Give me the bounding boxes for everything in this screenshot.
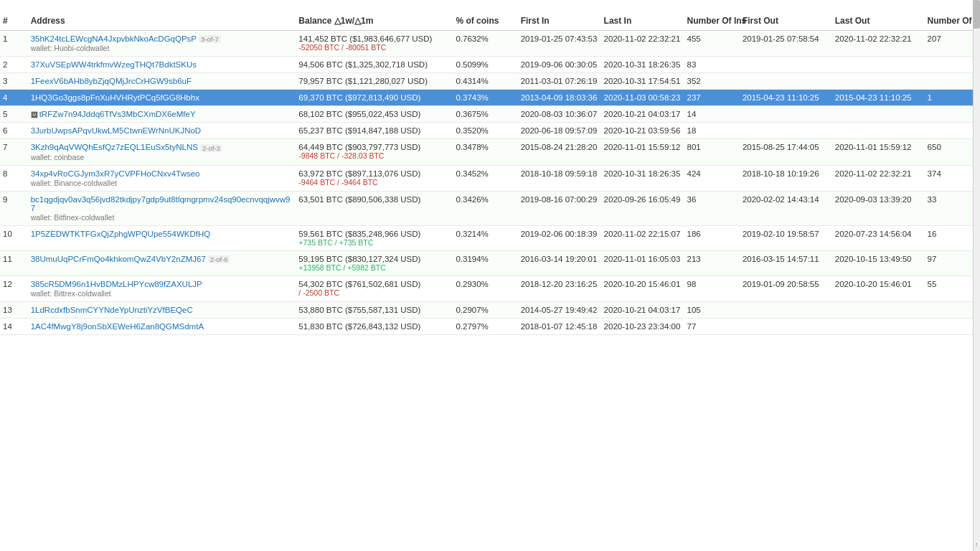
row-pct: 0.3675% xyxy=(453,106,517,123)
row-num-ins: 801 xyxy=(684,139,740,165)
row-address-cell: 3Kzh9qAqVWQhEsfQz7zEQL1EuSx5tyNLNS2-of-3… xyxy=(28,139,296,165)
address-link[interactable]: bc1qgdjqv0av3q56jvd82tkdjpy7gdp9ut8tlqmg… xyxy=(31,195,291,212)
balance-change: +735 BTC / +735 BTC xyxy=(298,238,450,247)
row-pct: 0.2797% xyxy=(453,318,517,334)
row-address-cell: 385cR5DM96n1HvBDMzLHPYcw89fZAXULJPwallet… xyxy=(28,276,296,301)
row-num: 12 xyxy=(0,276,28,301)
row-address-cell: 🖼tRFZw7n94Jddq6TfVs3MbCXmDX6eMfeY xyxy=(28,106,296,123)
table-row: 63JurbUwpsAPqvUkwLM5CtwnEWrNnUKJNoD65,23… xyxy=(0,123,980,139)
row-first-out xyxy=(740,73,832,90)
row-last-in: 2020-11-02 22:32:21 xyxy=(601,31,684,57)
balance-main: 79,957 BTC ($1,121,280,027 USD) xyxy=(298,77,428,85)
row-num-ins: 77 xyxy=(684,318,740,334)
row-balance: 79,957 BTC ($1,121,280,027 USD) xyxy=(296,73,453,90)
row-num-outs xyxy=(925,301,980,318)
col-header-num: # xyxy=(0,11,28,31)
row-last-out: 2020-11-01 15:59:12 xyxy=(832,139,925,165)
row-balance: 68,102 BTC ($955,022,453 USD) xyxy=(296,106,453,123)
row-first-out xyxy=(740,57,832,73)
row-first-out: 2016-03-15 14:57:11 xyxy=(740,250,832,276)
balance-main: 141,452 BTC ($1,983,646,677 USD) xyxy=(298,34,432,43)
row-last-in: 2020-11-01 15:59:12 xyxy=(601,139,684,165)
address-link[interactable]: 1FeexV6bAHb8ybZjqQMjJrcCrHGW9sb6uF xyxy=(31,77,192,85)
address-link[interactable]: 38UmuUqPCrFmQo4khkomQwZ4VbY2nZMJ67 xyxy=(31,255,206,263)
address-link[interactable]: 37XuVSEpWW4trkfmvWzegTHQt7BdktSKUs xyxy=(31,60,197,69)
row-num-outs: 374 xyxy=(925,165,980,191)
row-last-in: 2020-10-21 04:03:17 xyxy=(601,106,684,123)
address-link[interactable]: 34xp4vRoCGJym3xR7yCVPFHoCNxv4Twseo xyxy=(31,169,200,178)
row-first-in: 2013-04-09 18:03:36 xyxy=(518,90,601,106)
address-link[interactable]: 385cR5DM96n1HvBDMzLHPYcw89fZAXULJP xyxy=(31,280,202,288)
row-last-in: 2020-11-02 22:15:07 xyxy=(601,225,684,250)
scrollbar-thumb[interactable] xyxy=(973,0,980,29)
row-num-ins: 98 xyxy=(684,276,740,301)
row-last-out xyxy=(832,57,925,73)
balance-change: -9464 BTC / -9464 BTC xyxy=(298,178,450,187)
row-num-outs: 55 xyxy=(925,276,980,301)
address-link[interactable]: 3JurbUwpsAPqvUkwLM5CtwnEWrNnUKJNoD xyxy=(31,126,202,135)
row-first-in: 2019-08-16 07:00:29 xyxy=(518,191,601,225)
row-last-out: 2020-11-02 22:32:21 xyxy=(832,165,925,191)
row-last-out: 2020-11-02 22:32:21 xyxy=(832,31,925,57)
balance-main: 69,370 BTC ($972,813,490 USD) xyxy=(298,93,420,102)
row-num-outs: 207 xyxy=(925,31,980,57)
row-num: 13 xyxy=(0,301,28,318)
address-link[interactable]: 1AC4fMwgY8j9onSbXEWeH6Zan8QGMSdmtA xyxy=(31,322,204,331)
row-first-in: 2019-01-25 07:43:53 xyxy=(518,31,601,57)
row-num-outs: 16 xyxy=(925,225,980,250)
address-link[interactable]: 1P5ZEDWTKTFGxQjZphgWPQUpe554WKDfHQ xyxy=(31,230,211,238)
address-link[interactable]: 1HQ3Go3ggs8pFnXuHVHRytPCq5fGG8Hbhx xyxy=(31,93,199,102)
row-num-ins: 18 xyxy=(684,123,740,139)
row-last-in: 2020-10-21 03:59:56 xyxy=(601,123,684,139)
table-row: 131LdRcdxfbSnmCYYNdeYpUnztiYzVfBEQeC53,8… xyxy=(0,301,980,318)
row-num-ins: 36 xyxy=(684,191,740,225)
row-balance: 59,561 BTC ($835,248,966 USD)+735 BTC / … xyxy=(296,225,453,250)
balance-change: -52050 BTC / -80051 BTC xyxy=(298,43,450,52)
row-pct: 0.2907% xyxy=(453,301,517,318)
row-first-in: 2020-08-03 10:36:07 xyxy=(518,106,601,123)
row-first-out: 2019-01-09 20:58:55 xyxy=(740,276,832,301)
row-last-out xyxy=(832,106,925,123)
row-last-in: 2020-11-03 00:58:23 xyxy=(601,90,684,106)
balance-main: 59,561 BTC ($835,248,966 USD) xyxy=(298,230,420,238)
row-address-cell: 34xp4vRoCGJym3xR7yCVPFHoCNxv4Twseowallet… xyxy=(28,165,296,191)
row-num-ins: 14 xyxy=(684,106,740,123)
wallet-label: wallet: coinbase xyxy=(31,153,293,161)
address-link[interactable]: 1LdRcdxfbSnmCYYNdeYpUnztiYzVfBEQeC xyxy=(31,306,193,314)
row-address-cell: 3JurbUwpsAPqvUkwLM5CtwnEWrNnUKJNoD xyxy=(28,123,296,139)
row-last-out xyxy=(832,73,925,90)
balance-main: 63,972 BTC ($897,113,076 USD) xyxy=(298,169,420,178)
row-last-out: 2020-10-20 15:46:01 xyxy=(832,276,925,301)
row-num-outs xyxy=(925,57,980,73)
row-last-out xyxy=(832,318,925,334)
row-address-cell: 1LdRcdxfbSnmCYYNdeYpUnztiYzVfBEQeC xyxy=(28,301,296,318)
address-link[interactable]: 35hK24tcLEWcgNA4JxpvbkNkoAcDGqQPsP xyxy=(31,34,197,43)
row-num: 4 xyxy=(0,90,28,106)
row-pct: 0.3478% xyxy=(453,139,517,165)
row-first-in: 2018-01-07 12:45:18 xyxy=(518,318,601,334)
row-pct: 0.3194% xyxy=(453,250,517,276)
row-balance: 141,452 BTC ($1,983,646,677 USD)-52050 B… xyxy=(296,31,453,57)
address-badge: 2-of-3 xyxy=(200,144,222,152)
row-first-out: 2015-04-23 11:10:25 xyxy=(740,90,832,106)
row-num: 8 xyxy=(0,165,28,191)
row-balance: 65,237 BTC ($914,847,188 USD) xyxy=(296,123,453,139)
table-row: 141AC4fMwgY8j9onSbXEWeH6Zan8QGMSdmtA51,8… xyxy=(0,318,980,334)
row-address-cell: 1FeexV6bAHb8ybZjqQMjJrcCrHGW9sb6uF xyxy=(28,73,296,90)
row-num: 10 xyxy=(0,225,28,250)
table-row: 1138UmuUqPCrFmQo4khkomQwZ4VbY2nZMJ672-of… xyxy=(0,250,980,276)
row-first-in: 2020-06-18 09:57:09 xyxy=(518,123,601,139)
row-balance: 64,449 BTC ($903,797,773 USD)-9848 BTC /… xyxy=(296,139,453,165)
address-link[interactable]: tRFZw7n94Jddq6TfVs3MbCXmDX6eMfeY xyxy=(39,110,196,118)
row-address-cell: 1HQ3Go3ggs8pFnXuHVHRytPCq5fGG8Hbhx xyxy=(28,90,296,106)
scrollbar[interactable]: ↑ xyxy=(973,0,980,335)
address-link[interactable]: 3Kzh9qAqVWQhEsfQz7zEQL1EuSx5tyNLNS xyxy=(31,143,198,151)
row-last-out xyxy=(832,301,925,318)
balance-main: 64,449 BTC ($903,797,773 USD) xyxy=(298,143,420,151)
row-first-in: 2018-10-18 09:59:18 xyxy=(518,165,601,191)
col-header-last-out: Last Out xyxy=(832,11,925,31)
row-last-out: 2020-09-03 13:39:20 xyxy=(832,191,925,225)
row-first-in: 2015-08-24 21:28:20 xyxy=(518,139,601,165)
row-num-outs xyxy=(925,318,980,334)
row-num: 6 xyxy=(0,123,28,139)
